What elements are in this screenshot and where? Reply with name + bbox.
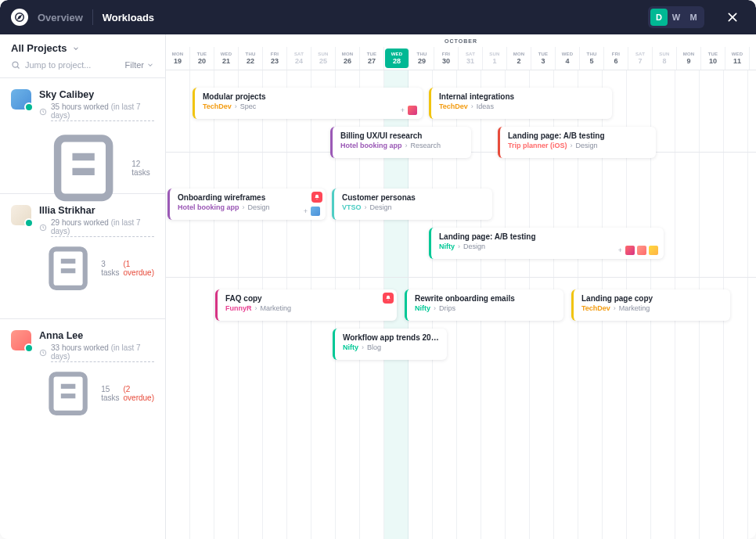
person-row[interactable]: Anna Lee 33 hours worked (in last 7 days… bbox=[0, 318, 165, 432]
search-input[interactable]: Jump to project... bbox=[11, 60, 125, 70]
clock-icon bbox=[39, 108, 47, 116]
task-card[interactable]: Workflow app trends 2020 Nifty›Blog bbox=[333, 329, 447, 360]
view-month-button[interactable]: M bbox=[685, 9, 702, 26]
note-icon bbox=[39, 124, 128, 212]
person-row[interactable]: Illia Strikhar 29 hours worked (in last … bbox=[0, 193, 165, 318]
svg-marker-1 bbox=[18, 16, 21, 19]
overdue-count: (2 overdue) bbox=[124, 385, 154, 402]
person-name: Illia Strikhar bbox=[39, 205, 154, 216]
person-name: Anna Lee bbox=[39, 330, 154, 341]
task-title: Landing page copy bbox=[581, 294, 722, 303]
assignee-avatar bbox=[648, 245, 659, 256]
view-week-button[interactable]: W bbox=[668, 9, 685, 26]
header-separator bbox=[92, 9, 93, 25]
search-placeholder: Jump to project... bbox=[25, 60, 91, 70]
task-title: Modular projects bbox=[203, 92, 415, 101]
task-title: Workflow app trends 2020 bbox=[343, 333, 439, 342]
project-selector-label: All Projects bbox=[11, 42, 67, 54]
person-row[interactable]: Sky Calibey 35 hours worked (in last 7 d… bbox=[0, 78, 165, 193]
task-title: Landing page: A/B testing bbox=[439, 232, 656, 241]
bell-icon bbox=[311, 192, 322, 203]
task-card[interactable]: Onboarding wireframes Hotel booking app›… bbox=[167, 189, 326, 220]
task-card[interactable]: Rewrite onboarding emails Nifty›Drips bbox=[405, 289, 563, 321]
task-card[interactable]: Landing page: A/B testing Nifty›Design + bbox=[429, 228, 664, 259]
task-title: FAQ copy bbox=[225, 294, 389, 303]
clock-icon bbox=[39, 224, 47, 232]
project-selector[interactable]: All Projects bbox=[0, 34, 165, 57]
note-icon bbox=[39, 239, 97, 297]
sidebar: All Projects Jump to project... Filter S… bbox=[0, 34, 166, 539]
tasks-count: 12 tasks bbox=[131, 160, 154, 177]
task-card[interactable]: Landing page copy TechDev›Marketing bbox=[571, 289, 730, 321]
page-title: Workloads bbox=[103, 12, 154, 23]
clock-icon bbox=[39, 349, 47, 357]
breadcrumb-overview[interactable]: Overview bbox=[38, 12, 83, 23]
task-card[interactable]: Billing UX/UI research Hotel booking app… bbox=[330, 127, 471, 158]
task-title: Rewrite onboarding emails bbox=[415, 294, 556, 303]
task-title: Billing UX/UI research bbox=[340, 131, 463, 140]
svg-point-4 bbox=[13, 62, 18, 67]
task-card[interactable]: Landing page: A/B testing Trip planner (… bbox=[498, 127, 656, 158]
timeline: OCTOBER MON19TUE20WED21THU22FRI23SAT24SU… bbox=[166, 34, 756, 539]
avatar bbox=[11, 89, 31, 110]
task-card[interactable]: FAQ copy FunnyR›Marketing bbox=[215, 289, 397, 321]
task-title: Internal integrations bbox=[439, 92, 604, 101]
person-name: Sky Calibey bbox=[39, 89, 154, 100]
view-day-button[interactable]: D bbox=[650, 9, 668, 26]
task-title: Landing page: A/B testing bbox=[508, 131, 648, 140]
note-icon bbox=[39, 365, 97, 422]
task-title: Onboarding wireframes bbox=[178, 193, 318, 202]
task-layer: Modular projects TechDev›Spec + Internal… bbox=[166, 34, 756, 539]
filter-button[interactable]: Filter bbox=[125, 60, 154, 70]
overdue-count: (1 overdue) bbox=[124, 260, 154, 277]
bell-icon bbox=[383, 293, 394, 304]
assignee-avatar bbox=[407, 105, 418, 116]
assignee-avatar bbox=[625, 245, 635, 256]
chevron-down-icon bbox=[72, 45, 80, 52]
assignee-avatar bbox=[310, 206, 321, 217]
tasks-count: 15 tasks bbox=[101, 385, 119, 402]
chevron-down-icon bbox=[146, 61, 154, 69]
avatar bbox=[11, 330, 31, 350]
app-header: Overview Workloads D W M bbox=[0, 0, 756, 34]
search-icon bbox=[11, 60, 20, 70]
assignee-avatar bbox=[636, 245, 647, 256]
avatar bbox=[11, 205, 31, 225]
close-button[interactable] bbox=[720, 5, 745, 30]
task-title: Customer personas bbox=[342, 193, 484, 202]
svg-line-5 bbox=[17, 66, 20, 69]
task-card[interactable]: Internal integrations TechDev›Ideas bbox=[429, 88, 612, 119]
task-card[interactable]: Customer personas VTSO›Design bbox=[332, 189, 492, 220]
view-range-toggle: D W M bbox=[648, 6, 704, 28]
compass-icon[interactable] bbox=[11, 9, 28, 26]
task-card[interactable]: Modular projects TechDev›Spec + bbox=[193, 88, 423, 119]
tasks-count: 3 tasks bbox=[101, 260, 119, 277]
